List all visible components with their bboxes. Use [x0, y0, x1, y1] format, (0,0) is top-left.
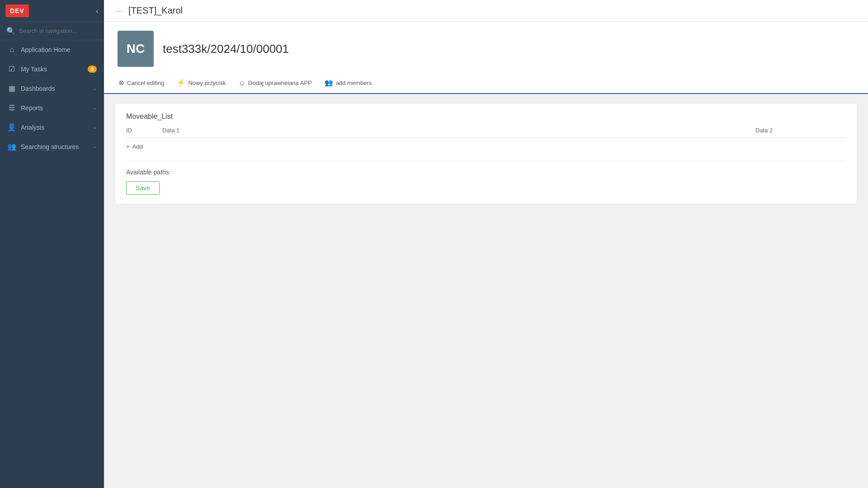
tasks-badge: 8	[88, 66, 97, 73]
add-label: Add	[132, 143, 143, 150]
record-header: NC test333k/2024/10/00001 ⊗ Cancel editi…	[104, 22, 868, 94]
lightning-icon: ⚡	[177, 79, 185, 87]
moveable-list-title: Moveable_List	[126, 113, 846, 121]
searching-structures-icon: 👥	[7, 142, 16, 151]
dodaj-uprawneiana-label: Dodaj uprawneiana APP	[248, 80, 312, 86]
sidebar-search-container: 🔍	[0, 22, 104, 40]
reports-icon: ☰	[7, 103, 16, 112]
table-header: ID Data 1 Data 2	[126, 127, 846, 138]
cancel-editing-button[interactable]: ⊗ Cancel editing	[118, 77, 165, 89]
chevron-down-icon: ⌄	[93, 144, 97, 150]
column-header-data2: Data 2	[755, 127, 846, 134]
sidebar-item-application-home[interactable]: ⌂ Application Home	[0, 40, 104, 59]
sidebar-item-dashboards[interactable]: ▦ Dashboards ⌄	[0, 79, 104, 98]
sidebar-item-label: Searching structures	[21, 143, 88, 150]
record-area: NC test333k/2024/10/00001 ⊗ Cancel editi…	[104, 22, 868, 488]
chevron-down-icon: ⌄	[93, 85, 97, 91]
chevron-down-icon: ⌄	[93, 124, 97, 130]
add-row-button[interactable]: + Add	[126, 140, 143, 154]
sidebar: DEV ‹ 🔍 ⌂ Application Home ☑ My Tasks 8 …	[0, 0, 104, 488]
smiley-icon: ☺	[238, 79, 245, 87]
sidebar-collapse-button[interactable]: ‹	[96, 6, 99, 16]
sidebar-item-label: Reports	[21, 104, 88, 112]
column-header-id: ID	[126, 127, 162, 134]
sidebar-header: DEV ‹	[0, 0, 104, 22]
plus-icon: +	[126, 143, 130, 150]
nowy-przycisk-button[interactable]: ⚡ Nowy przycisk	[176, 77, 226, 89]
analysis-icon: 👤	[7, 123, 16, 131]
sidebar-item-reports[interactable]: ☰ Reports ⌄	[0, 98, 104, 117]
sidebar-item-my-tasks[interactable]: ☑ My Tasks 8	[0, 59, 104, 79]
grid-icon[interactable]: ⋯	[115, 6, 123, 16]
home-icon: ⌂	[7, 46, 16, 54]
column-header-data1: Data 1	[162, 127, 755, 134]
record-id: test333k/2024/10/00001	[163, 42, 289, 56]
sidebar-item-analysis[interactable]: 👤 Analysis ⌄	[0, 117, 104, 137]
paths-label: Available paths:	[126, 169, 846, 176]
sidebar-item-label: My Tasks	[21, 66, 83, 73]
add-members-button[interactable]: 👥 add members	[324, 77, 373, 89]
record-title-row: NC test333k/2024/10/00001	[118, 31, 854, 67]
topbar: ⋯ [TEST]_Karol	[104, 0, 868, 22]
sidebar-item-label: Dashboards	[21, 85, 88, 92]
content-card: Moveable_List ID Data 1 Data 2 + Add Ava…	[115, 103, 857, 204]
sidebar-item-label: Application Home	[21, 46, 97, 53]
search-icon: 🔍	[6, 27, 15, 35]
sidebar-item-label: Analysis	[21, 124, 88, 131]
record-actions: ⊗ Cancel editing ⚡ Nowy przycisk ☺ Dodaj…	[118, 72, 854, 93]
add-members-label: add members	[336, 80, 372, 86]
tasks-icon: ☑	[7, 65, 16, 73]
search-input[interactable]	[19, 28, 98, 34]
sidebar-nav: ⌂ Application Home ☑ My Tasks 8 ▦ Dashbo…	[0, 40, 104, 488]
cancel-icon: ⊗	[118, 79, 124, 87]
dev-badge: DEV	[5, 5, 29, 17]
sidebar-item-searching-structures[interactable]: 👥 Searching structures ⌄	[0, 137, 104, 156]
avatar: NC	[118, 31, 154, 67]
dashboards-icon: ▦	[7, 84, 16, 93]
main-content: ⋯ [TEST]_Karol NC test333k/2024/10/00001…	[104, 0, 868, 488]
save-button[interactable]: Save	[126, 181, 160, 195]
add-person-icon: 👥	[325, 79, 333, 87]
paths-section: Available paths: Save	[126, 161, 846, 195]
cancel-editing-label: Cancel editing	[127, 80, 164, 86]
chevron-down-icon: ⌄	[93, 105, 97, 111]
page-title: [TEST]_Karol	[128, 5, 183, 16]
dodaj-uprawneiana-button[interactable]: ☺ Dodaj uprawneiana APP	[237, 77, 312, 89]
nowy-przycisk-label: Nowy przycisk	[188, 80, 226, 86]
